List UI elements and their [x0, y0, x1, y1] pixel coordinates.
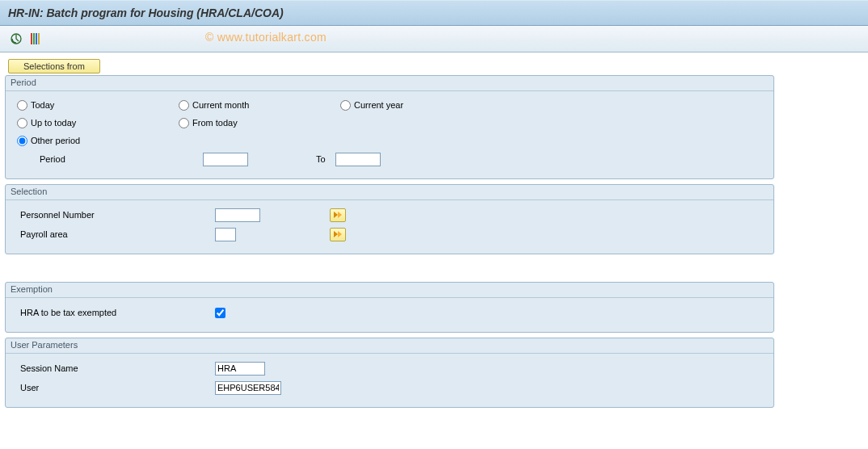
- radio-from-today[interactable]: From today: [179, 118, 340, 128]
- personnel-number-input[interactable]: [215, 208, 260, 222]
- variant-icon[interactable]: [27, 31, 44, 47]
- radio-from-today-label: From today: [192, 118, 238, 128]
- svg-rect-3: [36, 33, 37, 44]
- payroll-area-input[interactable]: [215, 228, 236, 241]
- radio-up-to-today[interactable]: Up to today: [17, 118, 179, 128]
- payroll-multi-select-button[interactable]: [330, 228, 346, 241]
- svg-rect-1: [31, 33, 32, 44]
- exemption-title: Exemption: [6, 283, 773, 298]
- page-title: HR-IN: Batch program for Housing (HRA/CL…: [0, 0, 868, 26]
- exemption-section: Exemption HRA to be tax exempted: [5, 282, 774, 333]
- user-params-title: User Parameters: [6, 338, 773, 354]
- selection-title: Selection: [6, 185, 773, 200]
- user-label: User: [17, 383, 215, 392]
- session-name-input[interactable]: [215, 362, 265, 376]
- radio-current-year[interactable]: Current year: [340, 100, 502, 111]
- period-from-input[interactable]: [203, 153, 248, 166]
- period-to-label: To: [248, 154, 335, 164]
- radio-up-to-today-label: Up to today: [31, 118, 76, 128]
- svg-rect-4: [38, 33, 40, 44]
- execute-icon[interactable]: [8, 31, 24, 47]
- hra-exempt-checkbox[interactable]: [215, 308, 225, 318]
- period-from-label: Period: [17, 154, 203, 164]
- selection-section: Selection Personnel Number Payroll area: [5, 184, 774, 254]
- selections-from-button[interactable]: Selections from: [8, 59, 100, 73]
- personnel-multi-select-button[interactable]: [330, 208, 346, 222]
- period-to-input[interactable]: [335, 153, 381, 166]
- period-title: Period: [6, 76, 773, 91]
- radio-other-period[interactable]: Other period: [17, 136, 179, 146]
- radio-other-period-label: Other period: [31, 136, 80, 145]
- radio-today-label: Today: [31, 100, 54, 110]
- radio-current-year-label: Current year: [354, 100, 403, 110]
- hra-exempt-label: HRA to be tax exempted: [17, 308, 215, 317]
- user-params-section: User Parameters Session Name User: [5, 338, 774, 408]
- svg-rect-2: [33, 33, 35, 44]
- radio-current-month-label: Current month: [192, 100, 249, 110]
- toolbar: [0, 26, 868, 52]
- personnel-number-label: Personnel Number: [17, 210, 215, 220]
- radio-today[interactable]: Today: [17, 100, 179, 111]
- radio-current-month[interactable]: Current month: [179, 100, 340, 111]
- session-name-label: Session Name: [17, 363, 215, 373]
- user-input[interactable]: [215, 381, 281, 395]
- payroll-area-label: Payroll area: [17, 229, 215, 239]
- period-section: Period Today Current month Current year: [5, 75, 774, 179]
